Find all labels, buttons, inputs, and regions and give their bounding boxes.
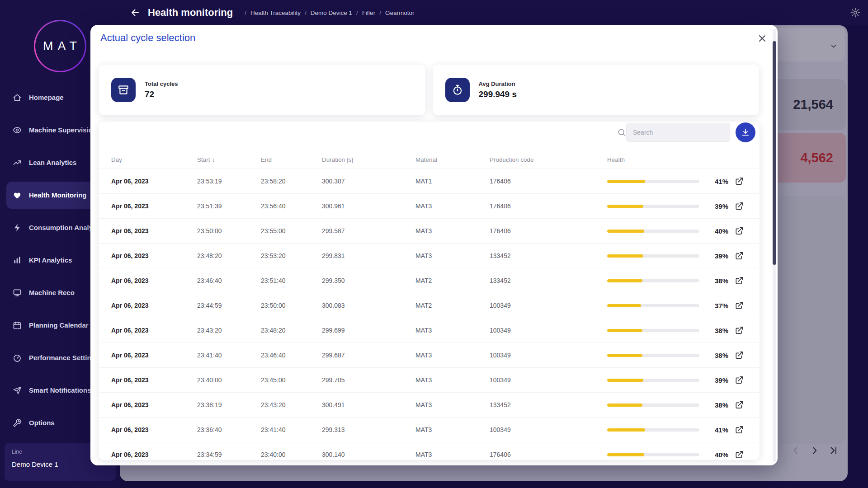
send-icon [13,386,22,395]
breadcrumb-item[interactable]: Demo Device 1 [311,9,352,16]
table-row: Apr 06, 202323:53:1923:58:20300.307MAT11… [99,169,760,193]
open-cycle-button[interactable] [734,325,745,336]
modal-stat-cards: Total cycles 72 Avg Duration 299.949 s [99,65,759,115]
breadcrumb-item[interactable]: Filler [362,9,375,16]
health-bar [607,304,699,307]
cell-day: Apr 06, 2023 [111,401,197,408]
trend-icon [13,158,22,167]
open-cycle-button[interactable] [734,250,745,261]
open-cycle-button[interactable] [734,225,745,236]
health-percent: 39% [702,376,728,384]
cell-material: MAT2 [415,302,490,309]
eye-icon [13,126,22,135]
col-end[interactable]: End [261,156,322,163]
breadcrumb-separator: / [245,9,246,16]
health-percent: 38% [702,327,728,334]
health-percent: 40% [702,227,728,235]
cell-end: 23:53:20 [261,252,322,259]
breadcrumb-item[interactable]: Gearmotor [385,9,415,16]
open-cycle-button[interactable] [734,275,745,286]
cell-end: 23:41:40 [261,426,322,433]
col-start[interactable]: Start↓ [197,156,261,163]
table-row: Apr 06, 202323:48:2023:53:20299.831MAT31… [99,243,760,268]
app-logo-text: MAT [38,39,81,53]
col-health[interactable]: Health [607,156,702,163]
health-bar [607,230,699,233]
cycle-selection-modal: Actual cycle selection Total cycles 72 A… [90,25,778,465]
total-cycles-label: Total cycles [145,80,178,87]
search-input[interactable] [626,123,730,142]
breadcrumb-item[interactable]: Health Traceability [250,9,301,16]
bolt-icon [13,223,22,232]
table-row: Apr 06, 202323:50:0023:55:00299.587MAT31… [99,218,760,243]
cell-material: MAT3 [415,252,490,259]
table-row: Apr 06, 202323:38:1923:43:20300.491MAT31… [99,392,760,417]
cell-day: Apr 06, 2023 [111,451,197,458]
open-cycle-button[interactable] [734,300,745,311]
health-bar [607,205,699,208]
sidebar-item-label: KPI Analytics [29,256,72,265]
open-cycle-button[interactable] [734,201,745,211]
table-row: Apr 06, 202323:34:5923:40:00300.140MAT31… [99,442,760,460]
health-bar [607,279,699,282]
cell-end: 23:48:20 [261,327,322,334]
back-arrow-icon[interactable] [130,7,141,18]
cell-code: 100349 [490,302,607,309]
sidebar-item-label: Smart Notifications [29,386,91,395]
cell-day: Apr 06, 2023 [111,302,197,309]
cell-duration: 300.491 [322,401,415,408]
close-icon[interactable] [757,33,768,44]
health-bar [607,428,699,432]
cell-start: 23:53:19 [197,178,261,185]
open-cycle-button[interactable] [734,424,745,435]
cycle-table-card: Day Start↓ End Duration [s] Material Pro… [99,122,760,460]
machine-icon [13,288,22,297]
cell-duration: 299.831 [322,252,415,259]
cell-duration: 299.587 [322,227,415,235]
cell-day: Apr 06, 2023 [111,252,197,259]
cell-material: MAT1 [415,178,490,185]
health-bar [607,453,699,456]
cell-day: Apr 06, 2023 [111,426,197,433]
breadcrumb-separator: / [379,9,381,16]
cell-end: 23:55:00 [261,227,322,235]
open-cycle-button[interactable] [734,176,745,187]
health-percent: 38% [702,352,728,359]
col-material[interactable]: Material [415,156,490,163]
sidebar-item-label: Machine Supervision [29,126,97,135]
health-percent: 38% [702,277,728,285]
cell-material: MAT3 [415,376,490,384]
total-cycles-icon [111,78,136,102]
cell-end: 23:56:40 [261,202,322,210]
cell-end: 23:58:20 [261,178,322,185]
cell-start: 23:40:00 [197,376,261,384]
modal-scrollbar-thumb[interactable] [773,41,776,265]
col-duration[interactable]: Duration [s] [322,156,415,163]
home-icon [13,93,22,102]
cell-code: 100349 [490,352,607,359]
open-cycle-button[interactable] [734,350,745,361]
cell-material: MAT3 [415,426,490,433]
health-percent: 39% [702,202,728,210]
col-code[interactable]: Production code [490,156,607,163]
open-cycle-button[interactable] [734,375,745,385]
cell-day: Apr 06, 2023 [111,376,197,384]
avg-duration-value: 299.949 s [479,89,517,99]
cell-duration: 299.699 [322,327,415,334]
health-bar [607,379,699,382]
cell-duration: 300.961 [322,202,415,210]
download-icon [741,128,750,137]
open-cycle-button[interactable] [734,399,745,410]
app-logo: MAT [34,20,86,72]
download-button[interactable] [736,122,755,142]
open-cycle-button[interactable] [734,449,745,460]
settings-gear-icon[interactable] [850,7,861,18]
health-percent: 39% [702,252,728,260]
sort-desc-icon: ↓ [212,156,215,163]
avg-duration-label: Avg Duration [479,80,517,87]
cell-day: Apr 06, 2023 [111,277,197,284]
col-day[interactable]: Day [111,156,197,163]
cell-code: 176406 [490,178,607,185]
cell-code: 100349 [490,426,607,433]
modal-scrollbar[interactable] [773,28,776,462]
